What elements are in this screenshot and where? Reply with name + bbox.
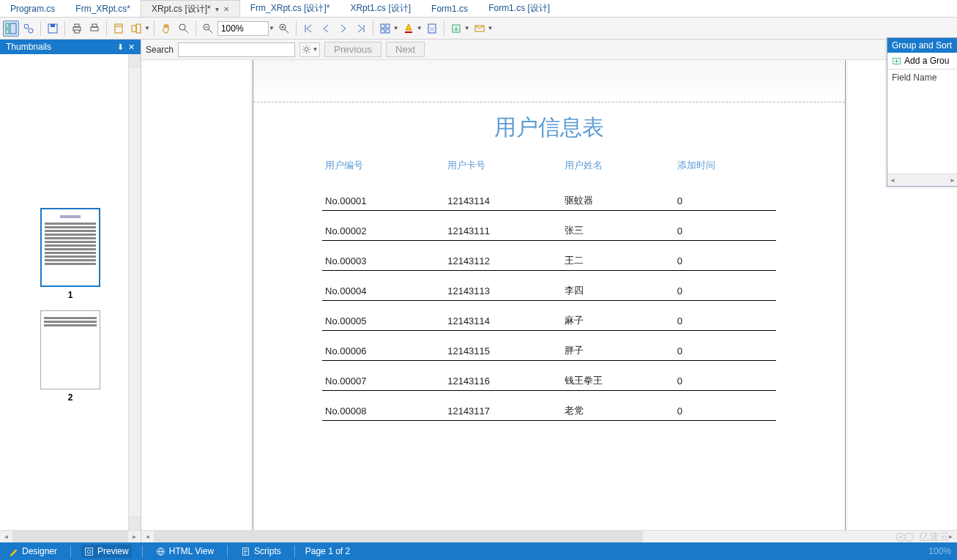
tab-form1[interactable]: Form1.cs xyxy=(421,0,478,17)
tab-frm-xrpt-design[interactable]: Frm_XRpt.cs [设计]* xyxy=(240,0,340,17)
scale-dropdown-icon[interactable]: ▼ xyxy=(144,25,150,31)
search-prev-button[interactable]: Previous xyxy=(324,42,381,57)
svg-rect-20 xyxy=(381,29,384,33)
group-sort-header: Group and Sort xyxy=(887,38,957,53)
pin-icon[interactable]: ⬇ xyxy=(117,42,124,52)
tab-program[interactable]: Program.cs xyxy=(0,0,65,17)
thumbnail-page-2[interactable] xyxy=(40,310,100,389)
hand-tool-icon[interactable] xyxy=(158,20,174,37)
status-bar: Designer Preview HTML View Scripts Page … xyxy=(0,542,957,560)
preview-hscrollbar[interactable] xyxy=(141,530,957,542)
table-cell: 0 xyxy=(674,211,776,241)
report-table: 用户编号 用户卡号 用户姓名 添加时间 No.0000112143114驱蚊器0… xyxy=(322,150,776,421)
add-group-button[interactable]: Add a Grou xyxy=(887,53,957,69)
first-page-icon[interactable] xyxy=(300,20,316,37)
svg-rect-9 xyxy=(75,30,79,33)
close-panel-icon[interactable]: ✕ xyxy=(128,42,135,52)
last-page-icon[interactable] xyxy=(353,20,369,37)
svg-rect-28 xyxy=(86,548,93,555)
find-icon[interactable] xyxy=(21,20,37,37)
scripts-tab[interactable]: Scripts xyxy=(238,545,284,558)
field-name-cell[interactable]: Field Name xyxy=(887,69,957,86)
table-cell: No.00002 xyxy=(322,211,444,241)
email-dropdown-icon[interactable]: ▼ xyxy=(488,25,494,31)
multipage-icon[interactable] xyxy=(377,20,393,37)
table-cell: 12143114 xyxy=(444,181,562,211)
prev-page-icon[interactable] xyxy=(318,20,334,37)
svg-rect-0 xyxy=(6,23,9,28)
search-input[interactable] xyxy=(178,42,295,57)
tab-xrpt1-design[interactable]: XRpt1.cs [设计] xyxy=(340,0,421,17)
svg-rect-23 xyxy=(428,24,436,33)
svg-rect-2 xyxy=(10,23,16,34)
zoom-out-icon[interactable] xyxy=(200,20,216,37)
thumbnails-hscrollbar[interactable] xyxy=(0,530,141,542)
svg-point-34 xyxy=(899,536,902,539)
svg-point-3 xyxy=(24,24,29,29)
tab-form1-design[interactable]: Form1.cs [设计] xyxy=(478,0,560,17)
page-setup-icon[interactable] xyxy=(111,20,127,37)
table-row: No.0000712143116钱王拳王0 xyxy=(322,361,776,391)
col-header: 添加时间 xyxy=(674,150,776,181)
preview-tab[interactable]: Preview xyxy=(81,545,132,558)
export-icon[interactable] xyxy=(448,20,464,37)
table-cell: 12143116 xyxy=(444,361,562,391)
tab-frm-xrpt[interactable]: Frm_XRpt.cs* xyxy=(65,0,141,17)
magnifier-icon[interactable] xyxy=(176,20,192,37)
zoom-input[interactable] xyxy=(217,21,269,36)
status-zoom: 100% xyxy=(928,546,951,556)
scale-icon[interactable] xyxy=(128,20,144,37)
watermark-icon[interactable] xyxy=(424,20,440,37)
table-row: No.0000812143117老党0 xyxy=(322,391,776,421)
thumbnails-toggle-icon[interactable] xyxy=(3,20,19,37)
table-cell: 0 xyxy=(674,331,776,361)
email-icon[interactable] xyxy=(472,20,488,37)
svg-rect-21 xyxy=(386,29,390,33)
quick-print-icon[interactable] xyxy=(86,20,103,37)
print-icon[interactable] xyxy=(69,20,85,37)
preview-icon xyxy=(84,547,94,556)
search-settings-button[interactable]: ▼ xyxy=(299,42,320,57)
table-cell: 驱蚊器 xyxy=(562,181,674,211)
svg-point-29 xyxy=(87,550,91,553)
thumbnail-page-1[interactable] xyxy=(40,208,100,287)
table-cell: No.00001 xyxy=(322,181,444,211)
svg-rect-18 xyxy=(381,24,384,28)
table-cell: No.00006 xyxy=(322,331,444,361)
watermark: 亿速云 xyxy=(895,531,950,544)
close-icon[interactable]: ✕ xyxy=(223,5,229,13)
table-row: No.0000212143111张三0 xyxy=(322,211,776,241)
designer-tab[interactable]: Designer xyxy=(6,545,60,558)
zoom-dropdown-icon[interactable]: ▼ xyxy=(269,25,275,31)
pin-icon[interactable]: ▾ xyxy=(215,5,219,13)
add-group-icon xyxy=(892,56,901,66)
table-cell: 0 xyxy=(674,301,776,331)
thumbnails-scrollbar[interactable] xyxy=(128,54,141,530)
save-icon[interactable] xyxy=(45,20,61,37)
preview-viewport[interactable]: 用户信息表 用户编号 用户卡号 用户姓名 添加时间 No.00001121431… xyxy=(141,60,957,530)
svg-rect-13 xyxy=(132,26,136,31)
table-cell: 0 xyxy=(674,271,776,301)
svg-rect-11 xyxy=(92,24,97,27)
scripts-icon xyxy=(241,547,250,556)
zoom-in-icon[interactable] xyxy=(276,20,292,37)
search-label: Search xyxy=(146,45,174,55)
table-cell: No.00008 xyxy=(322,391,444,421)
table-cell: 胖子 xyxy=(562,331,674,361)
designer-icon xyxy=(9,547,18,556)
group-sort-hscrollbar[interactable] xyxy=(887,173,957,186)
export-dropdown-icon[interactable]: ▼ xyxy=(464,25,470,31)
main-toolbar: ▼ ▼ ▼ ▼ ▼ ▼ xyxy=(0,18,957,40)
color-dropdown-icon[interactable]: ▼ xyxy=(417,25,422,31)
table-cell: 12143114 xyxy=(444,301,562,331)
search-next-button[interactable]: Next xyxy=(386,42,425,57)
table-cell: No.00005 xyxy=(322,301,444,331)
html-view-tab[interactable]: HTML View xyxy=(153,545,217,558)
thumbnails-panel: Thumbnails ⬇ ✕ 1 2 xyxy=(0,40,141,542)
table-cell: No.00007 xyxy=(322,361,444,391)
tab-xrpt-design[interactable]: XRpt.cs [设计]* ▾ ✕ xyxy=(141,0,240,17)
color-icon[interactable] xyxy=(401,20,417,37)
multipage-dropdown-icon[interactable]: ▼ xyxy=(393,25,399,31)
next-page-icon[interactable] xyxy=(335,20,351,37)
svg-rect-22 xyxy=(405,31,412,33)
